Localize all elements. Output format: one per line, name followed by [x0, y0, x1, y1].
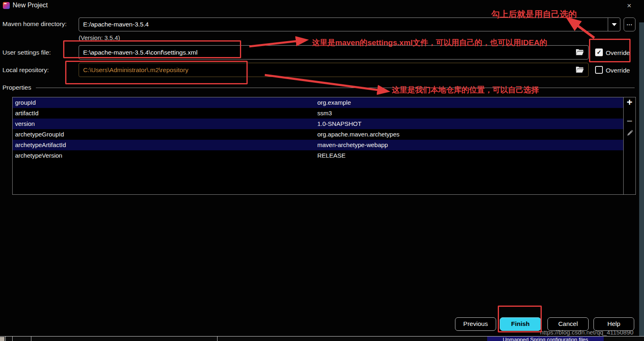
annotation-repo: 这里是我们本地仓库的位置，可以自己选择 — [392, 85, 539, 95]
override-checkbox-repo[interactable] — [595, 66, 603, 74]
properties-section-label: Properties — [2, 84, 31, 91]
override-checkbox-settings[interactable]: ✓ — [595, 48, 603, 56]
pencil-icon[interactable] — [624, 130, 635, 138]
csdn-watermark: https://blog.csdn.net/qq_41150890 — [540, 329, 633, 336]
property-name-cell: archetypeGroupId — [13, 129, 317, 140]
divider — [12, 337, 13, 341]
maven-home-label: Maven home directory: — [2, 20, 67, 28]
idea-app-icon — [3, 2, 10, 9]
finish-button[interactable]: Finish — [500, 317, 541, 331]
user-settings-input[interactable] — [79, 45, 589, 59]
maven-home-combobox[interactable]: E:/apache-maven-3.5.4 — [79, 18, 620, 31]
divider — [5, 337, 6, 341]
folder-open-icon[interactable] — [575, 66, 584, 73]
table-row[interactable]: archetypeArtifactIdmaven-archetype-webap… — [13, 140, 623, 150]
property-value-cell: RELEASE — [317, 150, 623, 161]
previous-button[interactable]: Previous — [455, 317, 496, 331]
override-settings-label: Override — [606, 49, 630, 57]
title-bar: New Project × — [0, 0, 644, 11]
status-bar: Unmapped Spring configuration files — [0, 337, 644, 341]
table-row[interactable]: archetypeGroupIdorg.apache.maven.archety… — [13, 129, 623, 140]
new-project-dialog: New Project × Maven home directory: E:/a… — [0, 0, 644, 341]
maven-home-value: E:/apache-maven-3.5.4 — [83, 18, 605, 31]
property-name-cell: archetypeArtifactId — [13, 140, 317, 150]
divider — [31, 337, 31, 341]
chevron-down-icon[interactable] — [608, 18, 620, 31]
background-window-edge — [639, 22, 644, 336]
table-row[interactable]: version1.0-SNAPSHOT — [13, 119, 623, 129]
user-settings-label: User settings file: — [2, 49, 51, 56]
close-icon[interactable]: × — [624, 0, 634, 11]
property-name-cell: version — [13, 119, 317, 129]
divider — [217, 337, 218, 341]
add-property-button[interactable]: + — [624, 97, 635, 108]
property-value-cell: org.apache.maven.archetypes — [317, 129, 623, 140]
property-value-cell: maven-archetype-webapp — [317, 140, 623, 150]
table-row[interactable]: artifactIdssm3 — [13, 108, 623, 119]
override-repo-label: Override — [606, 67, 630, 74]
property-name-cell: archetypeVersion — [13, 150, 317, 161]
property-value-cell: org.example — [317, 97, 623, 108]
maven-version-note: (Version: 3.5.4) — [79, 34, 120, 41]
window-title: New Project — [13, 2, 48, 9]
property-name-cell: artifactId — [13, 108, 317, 119]
table-row[interactable]: archetypeVersionRELEASE — [13, 150, 623, 161]
table-toolbar: + − — [623, 97, 635, 194]
property-name-cell: groupId — [13, 97, 317, 108]
folder-open-icon[interactable] — [575, 48, 584, 56]
local-repo-label: Local repository: — [2, 66, 49, 74]
property-value-cell: ssm3 — [317, 108, 623, 119]
taskbar-icon — [0, 337, 4, 341]
local-repo-input[interactable] — [79, 63, 589, 77]
browse-maven-home-button[interactable]: ... — [624, 18, 635, 31]
properties-rows: groupIdorg.exampleartifactIdssm3version1… — [13, 97, 623, 194]
table-row[interactable]: groupIdorg.example — [13, 97, 623, 108]
property-value-cell: 1.0-SNAPSHOT — [317, 119, 623, 129]
notification-banner[interactable]: Unmapped Spring configuration files — [487, 337, 604, 341]
properties-table: groupIdorg.exampleartifactIdssm3version1… — [12, 97, 636, 195]
arrow-repo — [265, 75, 381, 90]
remove-property-button[interactable]: − — [624, 115, 635, 127]
properties-divider — [36, 88, 635, 88]
